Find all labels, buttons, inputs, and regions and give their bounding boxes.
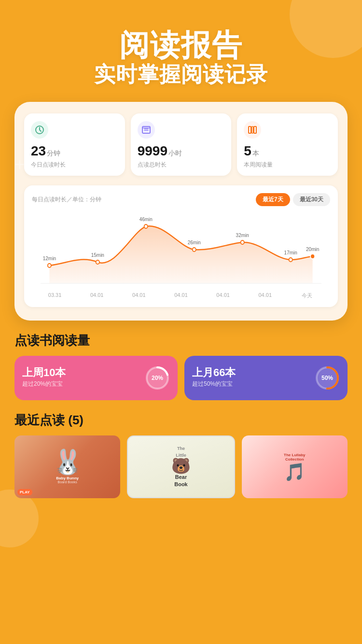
book-2-bear: Bear <box>171 474 191 480</box>
reading-card-monthly-text: 上月66本 超过50%的宝宝 <box>192 367 236 388</box>
svg-rect-6 <box>252 126 253 133</box>
recent-books: 🐰 Baby Bunny Board Books PLAY The Little… <box>14 435 348 498</box>
book-shelf-icon <box>244 121 261 139</box>
bear-icon: 🐻 <box>171 458 191 474</box>
stat-value-total: 9999小时 <box>138 143 225 159</box>
bg-plus-icon: + <box>14 154 25 175</box>
reading-card-weekly-desc: 超过20%的宝宝 <box>22 380 66 388</box>
progress-circle-monthly: 50% <box>315 365 340 391</box>
header-subtitle: 实时掌握阅读记录 <box>0 62 362 87</box>
stat-value-weekly: 5本 <box>244 143 331 159</box>
chart-dot-5 <box>241 240 244 244</box>
chart-x-6: 04.01 <box>244 292 286 299</box>
chart-tab-30days[interactable]: 最近30天 <box>293 193 330 206</box>
chart-x-7: 今天 <box>286 292 328 299</box>
reading-card-weekly-count: 上周10本 <box>22 367 66 378</box>
clock-icon <box>31 121 48 139</box>
reading-card-weekly[interactable]: 上周10本 超过20%的宝宝 20% <box>14 356 178 400</box>
chart-dot-7 <box>310 254 315 259</box>
chart-fill <box>49 226 312 283</box>
book-3-title-top: The Lullaby <box>284 453 306 457</box>
recent-reading-title: 最近点读 (5) <box>14 412 348 429</box>
chart-val-1: 12min <box>43 255 56 262</box>
chart-val-7: 20min <box>306 246 319 252</box>
chart-val-2: 15min <box>91 252 104 258</box>
chart-header: 每日点读时长／单位：分钟 最近7天 最近30天 <box>32 193 330 206</box>
book-3-content: The Lullaby Collection 🎵 <box>284 453 306 481</box>
chart-axis-label: 每日点读时长／单位：分钟 <box>32 196 101 204</box>
chart-x-5: 04.01 <box>202 292 244 299</box>
stat-label-weekly: 本周阅读量 <box>244 161 331 169</box>
stat-label-daily: 今日点读时长 <box>31 161 118 169</box>
chart-val-6: 17min <box>284 250 297 256</box>
lullaby-icon: 🎵 <box>284 463 306 481</box>
reading-card-monthly-count: 上月66本 <box>192 367 236 378</box>
chart-dot-1 <box>48 264 51 267</box>
progress-circle-weekly: 20% <box>145 365 170 391</box>
stat-card-weekly: 5本 本周阅读量 <box>237 113 338 176</box>
stat-label-total: 点读总时长 <box>138 161 225 169</box>
reading-volume-title: 点读书阅读量 <box>14 332 348 349</box>
stats-row: 23分钟 今日点读时长 9999小时 点读总时长 <box>24 113 338 176</box>
progress-label-weekly: 20% <box>152 375 163 381</box>
chart-x-4: 04.01 <box>160 292 202 299</box>
chart-tabs: 最近7天 最近30天 <box>256 193 330 206</box>
reading-card-weekly-text: 上周10本 超过20%的宝宝 <box>22 367 66 388</box>
book-3-title-top2: Collection <box>284 457 306 462</box>
chart-svg: 12min 15min 46min 26min 32min 17min 20mi… <box>32 212 330 289</box>
chart-dot-6 <box>289 258 292 262</box>
chart-x-2: 04.01 <box>76 292 118 299</box>
reading-card-monthly[interactable]: 上月66本 超过50%的宝宝 50% <box>184 356 348 400</box>
book-1-content: 🐰 Baby Bunny Board Books <box>53 450 83 484</box>
reading-volume-cards: 上周10本 超过20%的宝宝 20% 上月66本 超过50%的宝宝 50% <box>14 356 348 400</box>
chart-x-3: 04.01 <box>118 292 160 299</box>
stat-card-daily: 23分钟 今日点读时长 <box>24 113 125 176</box>
svg-rect-7 <box>254 126 256 133</box>
calendar-icon <box>138 121 155 139</box>
book-2-book: Book <box>171 481 191 488</box>
reading-card-monthly-desc: 超过50%的宝宝 <box>192 380 236 388</box>
book-item-2[interactable]: The Little 🐻 Bear Book <box>127 435 235 498</box>
chart-area: 12min 15min 46min 26min 32min 17min 20mi… <box>32 212 330 289</box>
main-card: 23分钟 今日点读时长 9999小时 点读总时长 <box>14 102 348 321</box>
stat-value-daily: 23分钟 <box>31 143 118 159</box>
chart-val-5: 32min <box>236 232 249 238</box>
chart-card: 每日点读时长／单位：分钟 最近7天 最近30天 <box>24 185 338 307</box>
book-1-subtitle-overlay: Board Books <box>53 480 83 484</box>
book-2-the: The <box>171 446 191 452</box>
book-badge-play: PLAY <box>17 489 32 495</box>
chart-tab-7days[interactable]: 最近7天 <box>256 193 290 206</box>
svg-rect-1 <box>142 126 150 133</box>
book-item-1[interactable]: 🐰 Baby Bunny Board Books PLAY <box>14 435 120 498</box>
progress-label-monthly: 50% <box>321 375 333 381</box>
bg-decor-circle-2 <box>0 490 39 547</box>
chart-val-4: 26min <box>188 239 201 246</box>
stat-card-total: 9999小时 点读总时长 <box>131 113 232 176</box>
chart-val-3: 46min <box>139 216 153 223</box>
svg-rect-5 <box>249 126 251 133</box>
book-item-3[interactable]: The Lullaby Collection 🎵 <box>242 435 348 498</box>
chart-x-labels: 03.31 04.01 04.01 04.01 04.01 04.01 今天 <box>32 292 330 299</box>
bunny-icon: 🐰 <box>53 450 83 474</box>
book-1-title-overlay: Baby Bunny <box>53 476 83 480</box>
chart-x-1: 03.31 <box>34 292 76 299</box>
chart-dot-4 <box>193 248 196 252</box>
chart-dot-2 <box>96 260 99 264</box>
book-2-content: The Little 🐻 Bear Book <box>171 446 191 488</box>
chart-dot-3 <box>144 224 148 228</box>
